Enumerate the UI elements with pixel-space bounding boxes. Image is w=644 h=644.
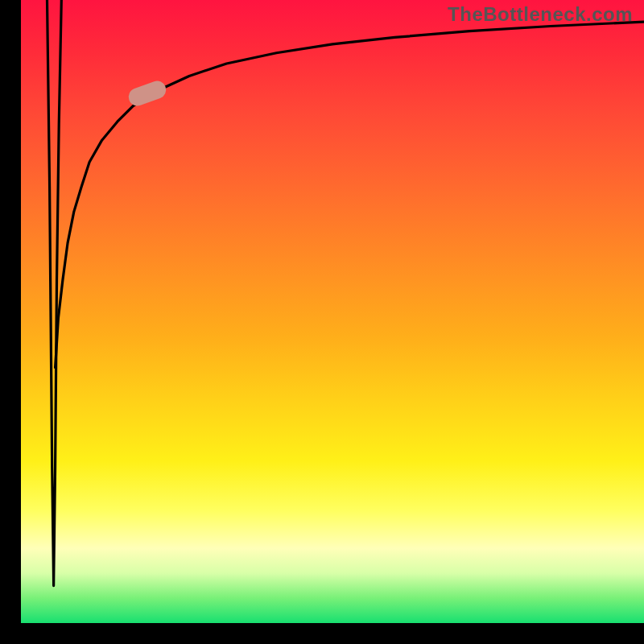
- axis-bottom: [0, 623, 644, 644]
- axis-left: [0, 0, 21, 644]
- chart-stage: TheBottleneck.com: [0, 0, 644, 644]
- log-curve-path: [56, 22, 644, 368]
- curve-layer: [21, 0, 644, 623]
- down-spike-path: [47, 0, 62, 586]
